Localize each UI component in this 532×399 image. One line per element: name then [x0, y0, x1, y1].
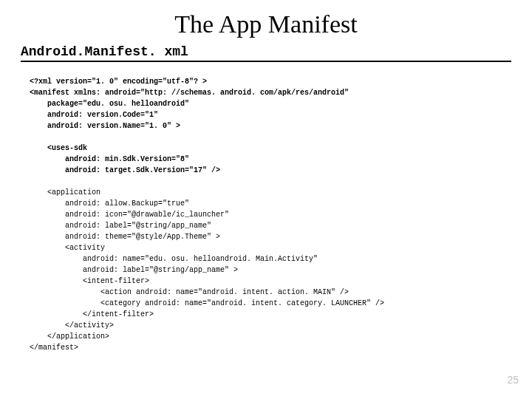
code-line: android: version.Name="1. 0" >: [30, 122, 180, 130]
code-line: <intent-filter>: [30, 277, 149, 285]
code-line: android: target.Sdk.Version="17" />: [30, 166, 220, 174]
code-line: android: label="@string/app_name": [30, 222, 211, 230]
filename-heading: Android.Manifest. xml: [21, 44, 532, 59]
code-line: android: allow.Backup="true": [30, 200, 189, 208]
code-line: android: name="edu. osu. helloandroid. M…: [30, 255, 318, 263]
code-line: <?xml version="1. 0" encoding="utf-8"? >: [30, 78, 207, 86]
code-line: package="edu. osu. helloandroid": [30, 100, 189, 108]
code-line: </activity>: [30, 321, 114, 330]
code-line: </intent-filter>: [30, 310, 154, 318]
page-number: 25: [507, 374, 519, 386]
code-line: android: icon="@drawable/ic_launcher": [30, 211, 229, 219]
code-line: android: min.Sdk.Version="8": [30, 155, 189, 163]
code-line: <activity: [30, 244, 105, 252]
code-line: android: label="@string/app_name" >: [30, 266, 238, 274]
code-line: <application: [30, 188, 100, 197]
code-line: android: theme="@style/App.Theme" >: [30, 233, 220, 241]
code-line: android: version.Code="1": [30, 111, 158, 119]
code-line: </application>: [30, 332, 109, 341]
code-block: <?xml version="1. 0" encoding="utf-8"? >…: [30, 65, 532, 353]
code-line: <uses-sdk: [30, 144, 87, 152]
divider: [21, 61, 511, 62]
slide-title: The App Manifest: [0, 10, 532, 38]
code-line: <manifest xmlns: android="http: //schema…: [30, 89, 349, 97]
code-line: </manifest>: [30, 344, 78, 352]
code-line: <action android: name="android. intent. …: [30, 288, 349, 296]
code-line: <category android: name="android. intent…: [30, 299, 384, 307]
